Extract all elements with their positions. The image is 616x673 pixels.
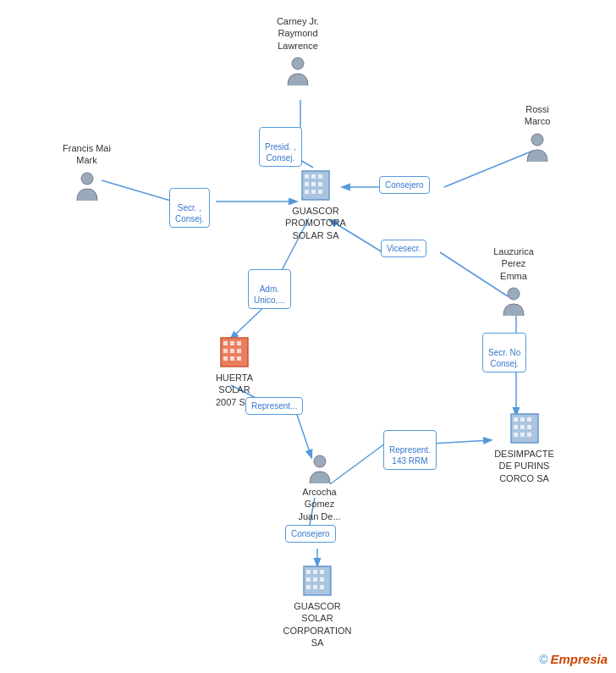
carney-label: Carney Jr. Raymond Lawrence [277,15,319,52]
lauzurica-person-icon [500,285,527,316]
svg-rect-57 [514,425,518,429]
svg-rect-49 [320,577,324,582]
guascor-promotora-building-icon [300,168,331,201]
desimpacte-building-icon [509,411,540,444]
brand-name: Empresia [550,652,608,666]
guascor-solar-label: GUASCOR SOLAR CORPORATION SA [279,600,355,648]
svg-rect-48 [313,577,317,582]
svg-rect-24 [311,182,316,186]
svg-rect-35 [237,341,241,345]
svg-rect-23 [305,182,309,186]
svg-rect-39 [223,356,228,361]
svg-point-29 [81,173,93,185]
svg-point-18 [292,58,304,69]
guascor-solar-building-icon [302,563,333,597]
svg-rect-26 [305,190,309,194]
svg-rect-22 [318,174,322,179]
rossi-person-icon [524,131,551,162]
svg-rect-61 [520,433,525,437]
svg-rect-56 [527,417,531,422]
role-adm-unico: Adm. Unico,... [248,269,291,309]
desimpacte-label: DESIMPACTE DE PURINS CORCO SA [494,448,554,484]
rossi-label: Rossi Marco [525,103,551,128]
svg-rect-52 [320,585,324,589]
svg-rect-62 [527,433,531,437]
role-secr-no-consej: Secr. No Consej. [482,333,526,372]
svg-rect-44 [306,570,311,574]
org-chart-canvas: Carney Jr. Raymond Lawrence GUASCOR PROM… [0,0,616,673]
role-vicesecr: Vicesecr. [381,240,426,257]
huerta-building-icon [219,334,250,368]
svg-rect-46 [320,570,324,574]
svg-rect-40 [230,356,234,361]
node-lauzurica: Lauzurica Perez Emma [480,245,547,316]
node-guascor-solar: GUASCOR SOLAR CORPORATION SA [279,563,355,648]
node-francis: Francis Mai Mark [51,142,123,201]
svg-line-14 [432,440,491,444]
node-guascor-promotora: GUASCOR PROMOTORA SOLAR SA [282,168,349,241]
svg-point-42 [314,455,326,467]
role-secr-consej: Secr. , Consej. [169,188,210,228]
svg-rect-21 [311,174,316,179]
svg-rect-45 [313,570,317,574]
svg-rect-54 [514,417,518,422]
copyright-icon: © [539,653,547,666]
svg-rect-37 [230,349,234,353]
svg-rect-33 [223,341,228,345]
svg-line-13 [296,412,311,457]
watermark: © Empresia [539,652,608,666]
node-rossi: Rossi Marco [508,103,567,162]
node-desimpacte: DESIMPACTE DE PURINS CORCO SA [484,411,564,484]
svg-point-31 [508,288,520,300]
role-consejero-arcocha: Consejero [285,525,336,543]
svg-rect-59 [527,425,531,429]
svg-rect-28 [318,190,322,194]
role-consejero-rossi: Consejero [379,176,430,194]
svg-rect-58 [520,425,525,429]
svg-rect-60 [514,433,518,437]
svg-rect-47 [306,577,311,582]
svg-rect-50 [306,585,311,589]
francis-label: Francis Mai Mark [63,142,111,167]
svg-point-30 [531,134,543,146]
svg-rect-27 [311,190,316,194]
guascor-promotora-label: GUASCOR PROMOTORA SOLAR SA [285,205,346,241]
arcocha-person-icon [306,453,333,483]
role-represent-143: Represent. 143 RRM [383,430,437,470]
svg-rect-38 [237,349,241,353]
node-carney: Carney Jr. Raymond Lawrence [260,15,336,86]
svg-rect-36 [223,349,228,353]
svg-rect-25 [318,182,322,186]
svg-rect-41 [237,356,241,361]
arcocha-label: Arcocha Gomez Juan De... [298,486,340,522]
svg-rect-20 [305,174,309,179]
node-arcocha: Arcocha Gomez Juan De... [283,453,355,526]
svg-rect-55 [520,417,525,422]
role-represent-huerta: Represent... [245,397,303,415]
svg-rect-34 [230,341,234,345]
lauzurica-label: Lauzurica Perez Emma [493,245,534,282]
svg-rect-51 [313,585,317,589]
francis-person-icon [74,170,101,201]
role-presid: Presid. , Consej. [259,127,302,167]
carney-person-icon [284,55,311,86]
